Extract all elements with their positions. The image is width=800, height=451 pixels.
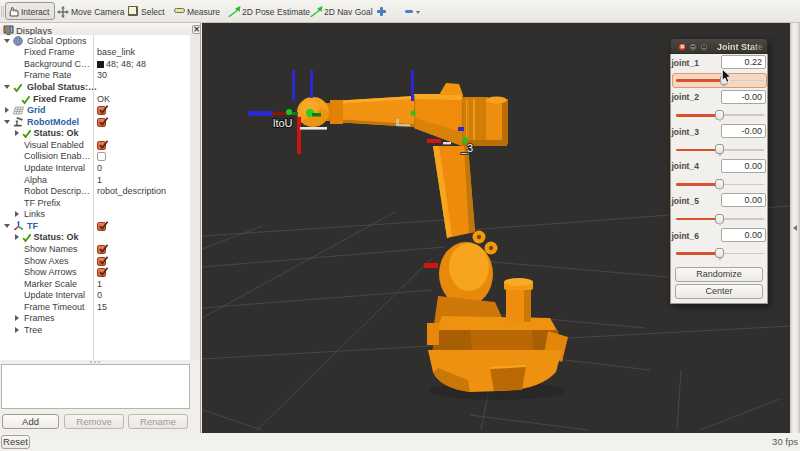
svg-text:ltoU: ltoU [273, 117, 293, 129]
svg-text:_3: _3 [460, 142, 473, 154]
